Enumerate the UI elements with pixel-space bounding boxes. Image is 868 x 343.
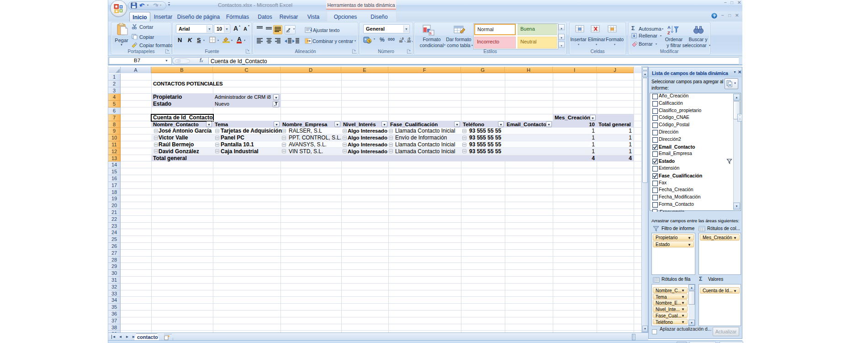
svg-text:≤: ≤ <box>429 31 432 35</box>
svg-text:Z: Z <box>667 31 670 35</box>
svg-text:00: 00 <box>399 40 403 43</box>
svg-text:A: A <box>667 25 671 30</box>
svg-text:.00: .00 <box>407 40 411 43</box>
svg-text:?: ? <box>713 14 715 18</box>
svg-text:S: S <box>368 39 370 43</box>
svg-text:ab: ab <box>286 30 290 33</box>
